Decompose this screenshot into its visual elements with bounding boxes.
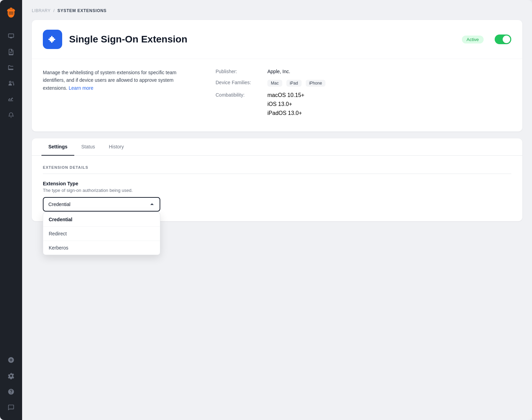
sidebar-item-chat[interactable] — [4, 401, 18, 414]
tag-mac: Mac — [267, 80, 282, 87]
extension-icon — [43, 30, 62, 49]
publisher-row: Publisher: Apple, Inc. — [216, 69, 511, 74]
tabs-header: Settings Status History — [32, 138, 522, 156]
compatibility-label: Combatibility: — [216, 92, 260, 98]
dropdown-menu: Credential Redirect Kerberos — [43, 212, 160, 255]
sidebar-item-devices[interactable] — [4, 29, 18, 43]
sidebar-item-activity[interactable] — [4, 92, 18, 106]
extension-details-section: EXTENSION DETAILS Extension Type The typ… — [32, 156, 522, 221]
svg-point-7 — [10, 9, 11, 10]
extension-type-dropdown-wrapper: Credential Credential Redirect Kerberos — [43, 197, 160, 212]
breadcrumb-current: SYSTEM EXTENSIONS — [57, 8, 106, 13]
active-toggle[interactable] — [495, 35, 511, 44]
compat-ipados: iPadOS 13.0+ — [267, 110, 304, 116]
description-text: Manage the whitelisting of system extens… — [43, 69, 188, 92]
publisher-label: Publisher: — [216, 69, 260, 74]
extension-type-label: Extension Type — [43, 181, 511, 186]
bell-icon — [8, 112, 15, 119]
help-icon — [8, 388, 15, 395]
dropdown-option-credential[interactable]: Credential — [43, 213, 160, 226]
extension-icon-svg — [47, 34, 58, 45]
logo — [4, 6, 18, 19]
extension-type-desc: The type of sign-on authorization being … — [43, 188, 511, 193]
device-families-row: Device Families: Mac iPad iPhone — [216, 80, 511, 87]
chat-icon — [8, 404, 15, 411]
sidebar — [0, 0, 22, 420]
extension-info: Manage the whitelisting of system extens… — [32, 59, 522, 131]
sidebar-item-queries[interactable] — [4, 45, 18, 59]
extension-header: Single Sign-On Extension Active — [32, 20, 522, 59]
main-content: LIBRARY / SYSTEM EXTENSIONS Single Sign-… — [22, 0, 532, 420]
learn-more-link[interactable]: Learn more — [69, 85, 94, 91]
breadcrumb-separator: / — [54, 8, 55, 13]
monitor-icon — [8, 32, 15, 39]
sidebar-item-alerts[interactable] — [4, 108, 18, 122]
sidebar-item-add[interactable] — [4, 353, 18, 367]
compat-ios: iOS 13.0+ — [267, 101, 304, 107]
tag-ipad: iPad — [286, 80, 302, 87]
extension-card: Single Sign-On Extension Active Manage t… — [32, 20, 522, 131]
sidebar-item-files[interactable] — [4, 61, 18, 75]
extension-type-dropdown[interactable]: Credential — [43, 197, 160, 212]
gear-icon — [8, 372, 15, 379]
tab-history[interactable]: History — [102, 138, 131, 156]
status-badge: Active — [462, 36, 484, 43]
chart-icon — [8, 96, 15, 103]
sidebar-nav — [4, 29, 18, 353]
publisher-value: Apple, Inc. — [267, 69, 290, 74]
sidebar-item-help[interactable] — [4, 385, 18, 399]
dropdown-option-kerberos[interactable]: Kerberos — [43, 241, 160, 255]
info-meta: Publisher: Apple, Inc. Device Families: … — [216, 69, 511, 122]
device-families-tags: Mac iPad iPhone — [267, 80, 327, 87]
compat-macos: macOS 10.15+ — [267, 92, 304, 98]
tab-status[interactable]: Status — [74, 138, 102, 156]
info-description: Manage the whitelisting of system extens… — [43, 69, 188, 122]
svg-rect-2 — [9, 12, 13, 13]
tag-iphone: iPhone — [306, 80, 325, 87]
breadcrumb-parent: LIBRARY — [32, 8, 51, 13]
dropdown-selected-value: Credential — [48, 202, 70, 207]
compatibility-row: Combatibility: macOS 10.15+ iOS 13.0+ iP… — [216, 92, 511, 116]
extension-title: Single Sign-On Extension — [69, 34, 455, 45]
tabs-card: Settings Status History EXTENSION DETAIL… — [32, 138, 522, 221]
logo-icon — [4, 6, 18, 19]
folder-icon — [8, 64, 15, 71]
users-icon — [8, 80, 15, 87]
tab-settings[interactable]: Settings — [41, 138, 74, 156]
svg-point-8 — [12, 9, 13, 10]
section-title: EXTENSION DETAILS — [43, 165, 511, 174]
svg-rect-3 — [9, 13, 13, 14]
sidebar-item-users[interactable] — [4, 77, 18, 90]
dropdown-option-redirect[interactable]: Redirect — [43, 226, 160, 241]
chevron-up-icon — [149, 202, 155, 207]
plus-circle-icon — [8, 356, 15, 363]
sidebar-item-settings[interactable] — [4, 369, 18, 383]
sidebar-bottom — [4, 353, 18, 414]
document-icon — [8, 48, 15, 55]
compatibility-values: macOS 10.15+ iOS 13.0+ iPadOS 13.0+ — [267, 92, 304, 116]
breadcrumb: LIBRARY / SYSTEM EXTENSIONS — [32, 8, 522, 13]
device-families-label: Device Families: — [216, 80, 260, 85]
